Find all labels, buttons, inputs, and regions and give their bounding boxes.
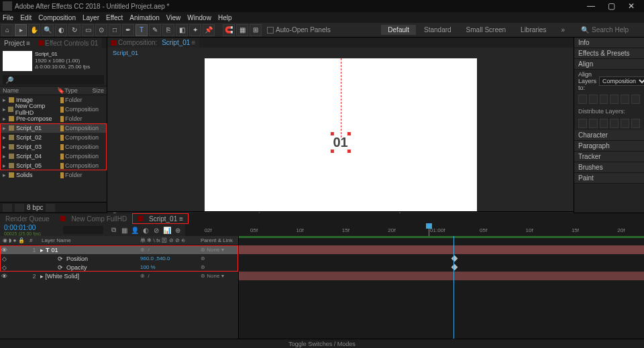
dist-top-icon[interactable]: [578, 119, 587, 128]
pan-behind-tool[interactable]: ⊙: [95, 24, 107, 36]
frame-blend-icon[interactable]: ◐: [141, 225, 150, 235]
motion-blur-icon[interactable]: ⊘: [152, 225, 161, 235]
panel-align[interactable]: Align: [574, 59, 644, 70]
project-item[interactable]: ▸Script_03Composition: [0, 142, 107, 152]
brush-tool[interactable]: ✎: [149, 24, 161, 36]
align-target-dropdown[interactable]: Composition: [599, 76, 644, 86]
handle[interactable]: [347, 132, 351, 135]
property-row[interactable]: ◇⟳ Opacity100 %⊚: [0, 263, 238, 272]
dist-bottom-icon[interactable]: [600, 119, 608, 128]
project-search[interactable]: 🔎: [3, 75, 104, 84]
tab-script-01[interactable]: Script_01 ≡: [132, 213, 189, 224]
clone-tool[interactable]: ⎘: [162, 24, 174, 36]
tab-effect-controls[interactable]: Effect Controls 01: [34, 38, 102, 48]
search-help[interactable]: 🔍: [577, 26, 643, 34]
time-ruler[interactable]: 02f05f10f15f20f01:00f05f10f15f20f: [185, 224, 644, 236]
dist-vcenter-icon[interactable]: [589, 119, 598, 128]
tab-render-queue[interactable]: Render Queue: [0, 213, 55, 224]
workspace-small[interactable]: Small Screen: [460, 25, 513, 35]
align-hcenter-icon[interactable]: [589, 95, 598, 104]
text-layer-01[interactable]: 01: [333, 135, 347, 150]
rotate-tool[interactable]: ↻: [68, 24, 80, 36]
new-folder-button[interactable]: [15, 204, 24, 212]
property-row[interactable]: ◇⟳ Position960.0 ,540.0⊚: [0, 254, 238, 263]
work-area-bar[interactable]: [239, 236, 644, 238]
menu-layer[interactable]: Layer: [83, 14, 99, 21]
handle[interactable]: [347, 150, 351, 153]
pen-tool[interactable]: ✒: [122, 24, 134, 36]
cti-line[interactable]: [453, 236, 454, 339]
composition-breadcrumb[interactable]: Script_01: [107, 48, 574, 58]
timeline-footer[interactable]: Toggle Switches / Modes: [0, 339, 644, 348]
panel-brushes[interactable]: Brushes: [574, 162, 644, 173]
layer-row[interactable]: 👁2▸ [White Solid]⊕ /⊚ None ▾: [0, 272, 238, 280]
composition-viewer[interactable]: 01: [107, 58, 574, 211]
type-tool[interactable]: T: [136, 24, 148, 36]
minimize-button[interactable]: —: [581, 1, 601, 11]
panel-tracker[interactable]: Tracker: [574, 152, 644, 162]
layer-bar-2[interactable]: [239, 272, 644, 280]
track-area[interactable]: [239, 236, 644, 339]
workspace-standard[interactable]: Standard: [417, 25, 458, 35]
workspace-more[interactable]: »: [554, 25, 572, 35]
menu-animation[interactable]: Animation: [129, 14, 159, 21]
timeline-search[interactable]: [63, 226, 103, 234]
workspace-libraries[interactable]: Libraries: [514, 25, 553, 35]
home-button[interactable]: ⌂: [1, 24, 13, 36]
project-item[interactable]: ▸Script_01Composition: [0, 123, 107, 133]
menu-help[interactable]: Help: [218, 14, 232, 21]
menu-window[interactable]: Window: [187, 14, 211, 21]
snap-icon[interactable]: 🧲: [223, 24, 235, 36]
project-item[interactable]: ▸New Comp FullHDComposition: [0, 105, 107, 114]
keyframe-position[interactable]: [451, 255, 458, 262]
dist-left-icon[interactable]: [610, 119, 619, 128]
delete-button[interactable]: [46, 204, 55, 212]
interpret-button[interactable]: [3, 204, 12, 212]
current-time-indicator[interactable]: [429, 224, 429, 236]
panel-info[interactable]: Info: [574, 38, 644, 48]
local-axis-icon[interactable]: ⊞: [250, 24, 262, 36]
brain-icon[interactable]: ⊕: [173, 225, 182, 235]
shy-icon[interactable]: 👤: [130, 225, 140, 235]
menu-file[interactable]: File: [3, 14, 13, 21]
panel-character[interactable]: Character: [574, 130, 644, 141]
hand-tool[interactable]: ✋: [28, 24, 40, 36]
align-right-icon[interactable]: [600, 95, 608, 104]
composition-tab[interactable]: Composition: Script_01 ≡: [107, 38, 199, 48]
layer-row[interactable]: 👁1▸ T 01⊕ /⊚ None ▾: [0, 245, 238, 254]
dist-right-icon[interactable]: [631, 119, 640, 128]
tab-comp-fullhd[interactable]: New Comp FullHD: [55, 213, 133, 224]
handle[interactable]: [330, 132, 333, 135]
puppet-tool[interactable]: 📌: [203, 24, 215, 36]
align-top-icon[interactable]: [610, 95, 619, 104]
keyframe-opacity[interactable]: [451, 264, 458, 271]
selection-tool[interactable]: ▸: [15, 24, 27, 36]
align-vcenter-icon[interactable]: [621, 95, 629, 104]
comp-mini-flowchart-icon[interactable]: ⧉: [109, 225, 118, 235]
grid-icon[interactable]: ▦: [236, 24, 248, 36]
project-item[interactable]: ▸Script_02Composition: [0, 133, 107, 142]
align-left-icon[interactable]: [578, 95, 587, 104]
tab-project[interactable]: Project ≡: [0, 38, 34, 48]
align-bottom-icon[interactable]: [631, 95, 640, 104]
project-item[interactable]: ▸Script_05Composition: [0, 161, 107, 170]
workspace-default[interactable]: Default: [381, 25, 416, 35]
close-button[interactable]: ✕: [621, 1, 641, 11]
current-timecode[interactable]: 0:00:01:00 00025 (25.00 fps): [0, 224, 60, 236]
search-input[interactable]: [592, 26, 639, 34]
menu-effect[interactable]: Effect: [106, 14, 123, 21]
shape-tool[interactable]: □: [109, 24, 121, 36]
auto-open-panels-check[interactable]: Auto-Open Panels: [267, 26, 331, 34]
project-item[interactable]: ▸SolidsFolder: [0, 170, 107, 180]
handle[interactable]: [330, 150, 333, 153]
roto-tool[interactable]: ✦: [189, 24, 201, 36]
maximize-button[interactable]: ▢: [601, 1, 621, 11]
orbit-tool[interactable]: ◐: [55, 24, 67, 36]
composition-canvas[interactable]: 01: [205, 58, 477, 211]
panel-paint[interactable]: Paint: [574, 173, 644, 184]
project-item[interactable]: ▸Pre-composeFolder: [0, 114, 107, 123]
panel-effects-presets[interactable]: Effects & Presets: [574, 48, 644, 59]
layer-bar-1[interactable]: [239, 245, 644, 254]
draft3d-icon[interactable]: ▦: [119, 225, 129, 235]
bpc-label[interactable]: 8 bpc: [27, 204, 43, 211]
